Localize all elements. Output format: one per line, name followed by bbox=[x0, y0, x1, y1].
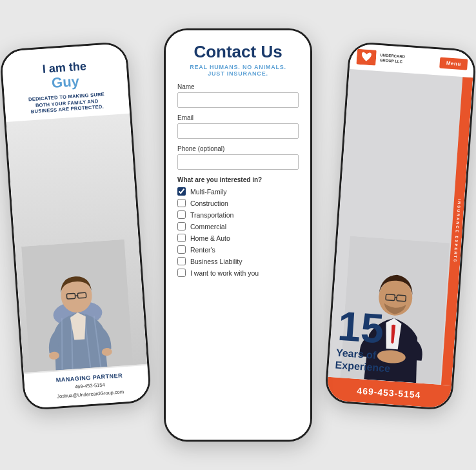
checkbox-home-auto: Home & Auto bbox=[177, 234, 299, 242]
checkbox-multi-family: Multi-Family bbox=[177, 187, 299, 196]
checkbox-home-auto-input[interactable] bbox=[177, 234, 186, 242]
right-phone-number: 469-453-5154 bbox=[357, 385, 421, 400]
checkbox-transportation-input[interactable] bbox=[177, 210, 186, 219]
checkbox-work-with-you-input[interactable] bbox=[177, 269, 186, 277]
contact-subtitle: REAL HUMANS. NO ANIMALS.JUST INSURANCE. bbox=[176, 64, 300, 77]
checkbox-renters-label: Renter's bbox=[190, 246, 215, 254]
checkbox-construction-label: Construction bbox=[190, 199, 228, 207]
phone-field-group: Phone (optional) bbox=[177, 145, 299, 170]
center-header: Contact Us REAL HUMANS. NO ANIMALS.JUST … bbox=[166, 30, 310, 83]
name-label: Name bbox=[177, 83, 299, 90]
checkbox-business-liability-label: Business Liability bbox=[190, 258, 243, 265]
name-field-group: Name bbox=[177, 83, 299, 108]
checkbox-construction-input[interactable] bbox=[177, 199, 186, 207]
logo-icon bbox=[356, 49, 377, 66]
checkbox-transportation-label: Transportation bbox=[190, 211, 233, 219]
checkbox-commercial-label: Commercial bbox=[190, 223, 226, 230]
email-field-group: Email bbox=[177, 114, 299, 139]
phone-label: Phone (optional) bbox=[177, 145, 299, 152]
years-overlay: 15 Years of Experience bbox=[335, 305, 394, 374]
checkbox-commercial-input[interactable] bbox=[177, 222, 186, 230]
checkbox-work-with-you: I want to work with you bbox=[177, 269, 299, 277]
left-person-illustration bbox=[21, 239, 133, 372]
checkbox-commercial: Commercial bbox=[177, 222, 299, 230]
phone-input[interactable] bbox=[177, 154, 299, 170]
checkbox-multi-family-label: Multi-Family bbox=[190, 188, 227, 196]
checkbox-renters: Renter's bbox=[177, 245, 299, 254]
name-input[interactable] bbox=[177, 92, 299, 108]
scene: I am the Guy DEDICATED TO MAKING SUREBOT… bbox=[0, 0, 476, 470]
right-phone: UNDERCARD GROUP LLC Menu INSURANCE EXPER… bbox=[324, 41, 476, 411]
years-text: Years of Experience bbox=[335, 346, 392, 374]
checkbox-business-liability: Business Liability bbox=[177, 257, 299, 265]
left-tagline: DEDICATED TO MAKING SUREBOTH YOUR FAMILY… bbox=[11, 90, 123, 116]
checkbox-multi-family-input[interactable] bbox=[177, 187, 186, 196]
left-phone: I am the Guy DEDICATED TO MAKING SUREBOT… bbox=[0, 41, 152, 411]
checkbox-transportation: Transportation bbox=[177, 210, 299, 219]
contact-form: Name Email Phone (optional) What are you… bbox=[166, 83, 310, 440]
right-photo-area: INSURANCE EXPERTS bbox=[328, 69, 473, 385]
checkbox-construction: Construction bbox=[177, 199, 299, 207]
email-input[interactable] bbox=[177, 123, 299, 139]
left-phone-header: I am the Guy DEDICATED TO MAKING SUREBOT… bbox=[1, 43, 130, 122]
right-logo: UNDERCARD GROUP LLC bbox=[356, 49, 405, 68]
checkbox-renters-input[interactable] bbox=[177, 245, 186, 254]
contact-title: Contact Us bbox=[176, 42, 300, 62]
logo-text: UNDERCARD GROUP LLC bbox=[380, 53, 406, 65]
left-photo-area: JOSHUA DUNMIRE bbox=[6, 114, 148, 373]
center-phone: Contact Us REAL HUMANS. NO ANIMALS.JUST … bbox=[164, 28, 312, 442]
checkbox-business-liability-input[interactable] bbox=[177, 257, 186, 265]
years-number: 15 bbox=[337, 305, 395, 350]
interest-label: What are you interested in? bbox=[177, 176, 299, 183]
checkbox-home-auto-label: Home & Auto bbox=[190, 234, 230, 242]
right-sidebar-label: INSURANCE EXPERTS bbox=[441, 77, 473, 385]
menu-button[interactable]: Menu bbox=[439, 57, 468, 70]
checkbox-work-with-you-label: I want to work with you bbox=[190, 269, 259, 277]
email-label: Email bbox=[177, 114, 299, 121]
